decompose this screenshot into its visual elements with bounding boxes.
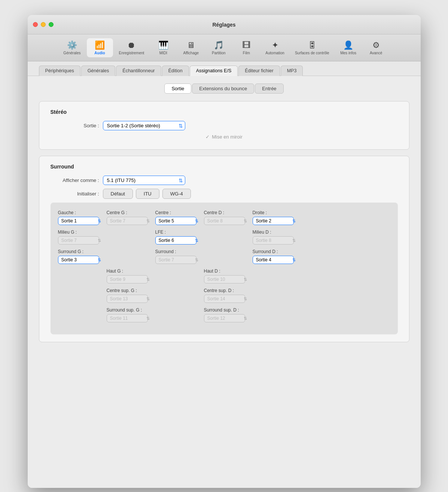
centre-select-wrapper: Sortie 5 ⇅ xyxy=(155,217,200,225)
surround-g-select[interactable]: Sortie 3 xyxy=(58,256,99,264)
tab-generales[interactable]: Générales xyxy=(81,66,116,76)
surround-afficher-label: Afficher comme : xyxy=(51,177,99,183)
btn-defaut[interactable]: Défaut xyxy=(103,189,133,199)
haut-d-select[interactable]: Sortie 10 xyxy=(204,275,245,283)
centre-sup-g-select[interactable]: Sortie 13 xyxy=(107,295,148,303)
mise-en-miroir-label: Mise en miroir xyxy=(212,134,243,140)
toolbar-film[interactable]: 🎞 Film xyxy=(233,38,259,57)
subtabs-row: Sortie Extensions du bounce Entrée xyxy=(39,83,409,94)
user-icon: 👤 xyxy=(343,40,353,50)
surfaces-icon: 🎛 xyxy=(308,40,316,50)
cell-milieu-g: Milieu G : Sortie 7 ⇅ xyxy=(58,230,103,245)
cell-haut-d: Haut D : Sortie 10 ⇅ xyxy=(204,268,249,283)
surround-select[interactable]: Sortie 7 xyxy=(155,256,196,264)
droite-select[interactable]: Sortie 2 xyxy=(253,217,294,225)
surround-sup-d-select[interactable]: Sortie 12 xyxy=(204,314,245,322)
haut-g-select[interactable]: Sortie 9 xyxy=(107,275,148,283)
toolbar-partition[interactable]: 🎵 Partition xyxy=(205,38,232,57)
surround-d-label: Surround D : xyxy=(253,249,298,254)
subtab-entree[interactable]: Entrée xyxy=(255,83,283,94)
lfe-label: LFE : xyxy=(155,230,200,235)
midi-icon: 🎹 xyxy=(158,40,168,50)
cell-gauche: Gauche : Sortie 1 ⇅ xyxy=(58,210,103,225)
stereo-sortie-select[interactable]: Sortie 1-2 (Sortie stéréo) xyxy=(103,121,185,130)
btn-wg4[interactable]: WG-4 xyxy=(162,189,191,199)
gauche-select[interactable]: Sortie 1 xyxy=(58,217,99,225)
cell-centre-d: Centre D : Sortie 8 ⇅ xyxy=(204,210,249,225)
milieu-d-select[interactable]: Sortie 8 xyxy=(253,236,294,245)
surround-g-label: Surround G : xyxy=(58,249,103,254)
score-icon: 🎵 xyxy=(214,40,224,50)
cell-surround-d: Surround D : Sortie 4 ⇅ xyxy=(253,249,298,264)
surround-grid-row-3: Surround G : Sortie 3 ⇅ Surround : xyxy=(58,249,390,264)
toolbar-affichage-label: Affichage xyxy=(183,51,199,55)
milieu-d-label: Milieu D : xyxy=(253,230,298,235)
surround-initialiser-row: Initialiser : Défaut ITU WG-4 xyxy=(51,189,398,199)
surround-sup-g-select[interactable]: Sortie 11 xyxy=(107,314,148,322)
main-tabs: Périphériques Générales Échantillonneur … xyxy=(28,61,421,76)
haut-g-select-wrapper: Sortie 9 ⇅ xyxy=(107,275,152,283)
toolbar-audio[interactable]: 📶 Audio xyxy=(87,38,113,57)
subtab-extensions[interactable]: Extensions du bounce xyxy=(192,83,254,94)
toolbar-surfaces-label: Surfaces de contrôle xyxy=(295,51,329,55)
surround-sup-d-select-wrapper: Sortie 12 ⇅ xyxy=(204,314,249,322)
cell-surround-sup-d: Surround sup. D : Sortie 12 ⇅ xyxy=(204,307,249,322)
centre-g-select[interactable]: Sortie 7 xyxy=(107,217,148,225)
toolbar-automation[interactable]: ✦ Automation xyxy=(261,38,289,57)
toolbar-affichage[interactable]: 🖥 Affichage xyxy=(178,38,204,57)
centre-sup-d-select-wrapper: Sortie 14 ⇅ xyxy=(204,295,249,303)
toolbar-avance[interactable]: ⚙ Avancé xyxy=(363,38,389,57)
milieu-g-select[interactable]: Sortie 7 xyxy=(58,236,99,245)
surround-label: Surround : xyxy=(155,249,200,254)
surround-grid-row-4: Haut G : Sortie 9 ⇅ Haut D : xyxy=(58,268,390,283)
toolbar-enregistrement[interactable]: ⏺ Enregistrement xyxy=(115,38,149,57)
tab-mp3[interactable]: MP3 xyxy=(281,66,303,76)
centre-g-label: Centre G : xyxy=(107,210,152,215)
centre-sup-d-select[interactable]: Sortie 14 xyxy=(204,295,245,303)
content-area: Sortie Extensions du bounce Entrée Stéré… xyxy=(28,76,421,488)
stereo-sortie-wrapper: Sortie 1-2 (Sortie stéréo) ⇅ xyxy=(103,121,185,130)
cell-centre-sup-g: Centre sup. G : Sortie 13 ⇅ xyxy=(107,288,152,303)
surround-grid-row-2: Milieu G : Sortie 7 ⇅ LFE : xyxy=(58,230,390,245)
tab-edition[interactable]: Édition xyxy=(162,66,189,76)
toolbar-generales[interactable]: ⚙️ Générales xyxy=(59,38,85,57)
tab-assignations[interactable]: Assignations E/S xyxy=(190,66,238,76)
initialiser-btn-group: Défaut ITU WG-4 xyxy=(103,189,191,199)
btn-itu[interactable]: ITU xyxy=(136,189,159,199)
centre-d-select[interactable]: Sortie 8 xyxy=(204,217,245,225)
lfe-select[interactable]: Sortie 6 xyxy=(155,236,196,245)
toolbar: ⚙️ Générales 📶 Audio ⏺ Enregistrement 🎹 … xyxy=(28,34,421,61)
toolbar-midi[interactable]: 🎹 MIDI xyxy=(150,38,176,57)
cell-surround: Surround : Sortie 7 ⇅ xyxy=(155,249,200,264)
stereo-title: Stéréo xyxy=(51,109,398,115)
surround-sup-g-select-wrapper: Sortie 11 ⇅ xyxy=(107,314,152,322)
gauche-label: Gauche : xyxy=(58,210,103,215)
surround-g-select-wrapper: Sortie 3 ⇅ xyxy=(58,256,103,264)
close-button[interactable] xyxy=(33,22,38,27)
subtab-sortie[interactable]: Sortie xyxy=(164,83,191,94)
toolbar-mesinfos[interactable]: 👤 Mes infos xyxy=(335,38,362,57)
tab-editeur[interactable]: Éditeur fichier xyxy=(238,66,280,76)
toolbar-surfaces[interactable]: 🎛 Surfaces de contrôle xyxy=(290,38,334,57)
surround-afficher-select[interactable]: 5.1 (ITU 775) xyxy=(103,176,185,185)
advanced-icon: ⚙ xyxy=(372,40,380,50)
droite-select-wrapper: Sortie 2 ⇅ xyxy=(253,217,298,225)
cell-centre-g: Centre G : Sortie 7 ⇅ xyxy=(107,210,152,225)
cell-droite: Droite : Sortie 2 ⇅ xyxy=(253,210,298,225)
gauche-select-wrapper: Sortie 1 ⇅ xyxy=(58,217,103,225)
toolbar-mesinfos-label: Mes infos xyxy=(340,51,356,55)
tab-peripheriques[interactable]: Périphériques xyxy=(39,66,80,76)
minimize-button[interactable] xyxy=(41,22,46,27)
toolbar-audio-label: Audio xyxy=(94,51,105,55)
surround-grid-row-1: Gauche : Sortie 1 ⇅ Centre G : Sorti xyxy=(58,210,390,225)
cell-centre-sup-d: Centre sup. D : Sortie 14 ⇅ xyxy=(204,288,249,303)
surround-d-select[interactable]: Sortie 4 xyxy=(253,256,294,264)
surround-grid-row-6: Surround sup. G : Sortie 11 ⇅ Surround s… xyxy=(58,307,390,322)
fullscreen-button[interactable] xyxy=(49,22,54,27)
cell-milieu-d: Milieu D : Sortie 8 ⇅ xyxy=(253,230,298,245)
centre-select[interactable]: Sortie 5 xyxy=(155,217,196,225)
toolbar-automation-label: Automation xyxy=(265,51,284,55)
tab-echantillonneur[interactable]: Échantillonneur xyxy=(116,66,161,76)
surround-afficher-wrapper: 5.1 (ITU 775) ⇅ xyxy=(103,176,185,185)
milieu-g-select-wrapper: Sortie 7 ⇅ xyxy=(58,236,103,245)
